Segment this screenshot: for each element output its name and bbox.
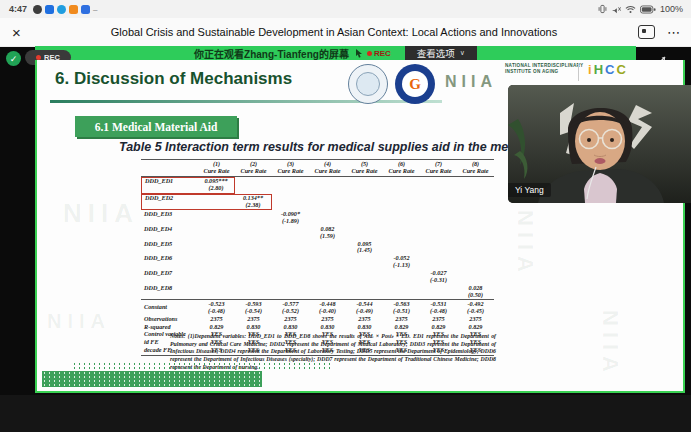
close-icon[interactable]: × [12, 25, 30, 40]
table-row: DDD_ED50.095(1.45) [141, 240, 494, 255]
university-emblem-logo: G [395, 64, 435, 104]
table-row: DDD_ED3-0.090*(-1.89) [141, 210, 494, 225]
notification-icons: – [33, 5, 97, 14]
notification-app-icon [69, 5, 78, 14]
watermark: NIIA [47, 310, 111, 333]
pointer-icon [355, 49, 363, 58]
battery-percent: 100% [660, 4, 683, 14]
university-seal-logo [348, 64, 388, 104]
clock: 4:47 [9, 4, 27, 14]
table-row: Observations2375237523752375237523752375… [141, 315, 494, 323]
notification-app-icon [45, 5, 54, 14]
notification-app-icon [33, 5, 42, 14]
participant-video-tile[interactable]: Yi Yang [508, 85, 691, 203]
view-options-button[interactable]: 查看选项 ∨ [405, 46, 477, 60]
meeting-title: Global Crisis and Sustainable Developmen… [30, 26, 638, 38]
meeting-title-bar: × Global Crisis and Sustainable Developm… [0, 18, 691, 47]
institute-name: NATIONAL INTERDISCIPLINARYINSTITUTE ON A… [505, 63, 583, 75]
logo-divider [578, 63, 579, 81]
more-options-icon[interactable]: ⋯ [667, 25, 681, 40]
notification-app-icon [81, 5, 90, 14]
ihcc-logo: iHCC [588, 62, 628, 77]
rec-dot-icon [367, 51, 372, 56]
watermark: NIIA [512, 210, 538, 278]
mute-icon [611, 4, 621, 14]
notification-overflow-icon: – [93, 5, 97, 14]
title-underline [50, 100, 442, 103]
notification-app-icon [57, 5, 66, 14]
slide-section-title: 6. Discussion of Mechanisms [55, 69, 292, 89]
battery-icon [640, 5, 656, 14]
table-row: DDD_ED40.082(1.59) [141, 225, 494, 240]
niia-logo: NIIA [445, 73, 497, 91]
table-row: DDD_ED7-0.027(-0.31) [141, 270, 494, 285]
wifi-icon [625, 5, 636, 14]
screen-share-banner: 你正在观看Zhang-Tianfeng的屏幕 REC 查看选项 ∨ [35, 46, 636, 60]
participant-name-label: Yi Yang [508, 183, 551, 197]
regression-table: (1)(2)(3)(4)(5)(6)(7)(8)Cure RateCure Ra… [141, 159, 494, 356]
table-title: Table 5 Interaction term results for med… [119, 140, 523, 154]
table-row: DDD_ED20.134**(2.38) [141, 194, 494, 211]
table-row: DDD_ED10.095***(2.80) [141, 177, 494, 194]
security-check-icon: ✓ [6, 51, 21, 66]
chevron-down-icon: ∨ [460, 49, 465, 57]
table-row: DDD_ED6-0.052(-1.13) [141, 255, 494, 270]
audio-route-icon[interactable] [638, 25, 655, 39]
watermark: NIIA [597, 310, 623, 378]
status-bar: 4:47 – 100% [0, 0, 691, 18]
dot-decoration [72, 362, 330, 370]
slide-subsection-badge: 6.1 Medical Material Aid [75, 116, 237, 137]
green-dot-bar-decoration [42, 371, 262, 387]
vibrate-icon [598, 4, 607, 14]
recording-indicator: REC [367, 49, 391, 58]
table-row: DDD_ED80.028(0.50) [141, 285, 494, 300]
meeting-toolbar: 音频 ∧ 开启视频 33 参会者 [0, 395, 691, 432]
watching-label: 你正在观看Zhang-Tianfeng的屏幕 [194, 46, 349, 61]
watermark: NIIA [63, 198, 139, 229]
table-row: Constant-0.523(-0.48)-0.593(-0.54)-0.577… [141, 299, 494, 315]
